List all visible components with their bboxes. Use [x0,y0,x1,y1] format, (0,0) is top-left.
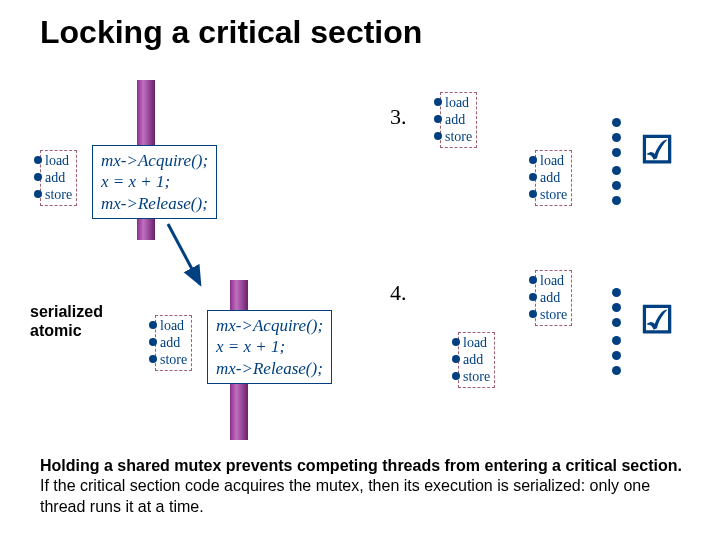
dot-icon [612,148,621,157]
dot-icon [452,372,460,380]
step-3-label: 3. [390,104,407,130]
dot-icon [34,173,42,181]
las-box-right-2: load add store [535,270,572,326]
code-box-right: mx->Acquire(); x = x + 1; mx->Release(); [207,310,332,384]
footer-text: Holding a shared mutex prevents competin… [40,456,690,518]
step-4-label: 4. [390,280,407,306]
dot-stack-lower-1 [612,282,622,333]
dot-icon [529,293,537,301]
las-store: store [445,129,472,146]
svg-line-0 [168,224,200,284]
footer-rest: If the critical section code acquires th… [40,477,650,515]
las-add: add [445,112,472,129]
las-store: store [540,187,567,204]
las-add: add [540,290,567,307]
las-store: store [45,187,72,204]
dot-stack-upper-1 [612,112,622,163]
dot-icon [529,276,537,284]
dot-icon [612,366,621,375]
dot-icon [612,303,621,312]
dot-icon [149,321,157,329]
las-add: add [45,170,72,187]
page-title: Locking a critical section [40,14,422,51]
dot-icon [612,196,621,205]
dot-icon [612,181,621,190]
dot-icon [434,115,442,123]
footer-bold: Holding a shared mutex prevents competin… [40,457,682,474]
dot-icon [529,173,537,181]
las-load: load [540,153,567,170]
las-load: load [160,318,187,335]
dot-icon [612,318,621,327]
dot-icon [612,288,621,297]
code-box-left: mx->Acquire(); x = x + 1; mx->Release(); [92,145,217,219]
serialized-atomic-label: serialized atomic [30,302,103,340]
las-load: load [45,153,72,170]
las-box-lower: load add store [155,315,192,371]
serialized-text: serialized [30,302,103,321]
dot-icon [149,338,157,346]
dot-icon [529,190,537,198]
dot-stack-upper-2 [612,160,622,211]
code-release: mx->Release(); [216,358,323,379]
dot-icon [434,98,442,106]
las-box-4: load add store [458,332,495,388]
dot-icon [452,355,460,363]
dot-icon [149,355,157,363]
dot-icon [612,133,621,142]
code-acquire: mx->Acquire(); [216,315,323,336]
dot-stack-lower-2 [612,330,622,381]
dot-icon [529,310,537,318]
arrow-icon [160,218,220,298]
las-store: store [160,352,187,369]
las-add: add [463,352,490,369]
checkmark-icon: ☑ [640,128,674,172]
las-store: store [463,369,490,386]
las-box-right-1: load add store [535,150,572,206]
dot-icon [612,118,621,127]
code-acquire: mx->Acquire(); [101,150,208,171]
las-add: add [160,335,187,352]
las-load: load [445,95,472,112]
atomic-text: atomic [30,321,103,340]
las-load: load [463,335,490,352]
las-load: load [540,273,567,290]
dot-icon [612,336,621,345]
las-add: add [540,170,567,187]
code-increment: x = x + 1; [216,336,323,357]
dot-icon [612,166,621,175]
dot-icon [34,156,42,164]
las-box-topleft: load add store [40,150,77,206]
dot-icon [434,132,442,140]
las-store: store [540,307,567,324]
dot-icon [452,338,460,346]
checkmark-icon: ☑ [640,298,674,342]
dot-icon [529,156,537,164]
dot-icon [612,351,621,360]
code-release: mx->Release(); [101,193,208,214]
code-increment: x = x + 1; [101,171,208,192]
dot-icon [34,190,42,198]
las-box-3: load add store [440,92,477,148]
